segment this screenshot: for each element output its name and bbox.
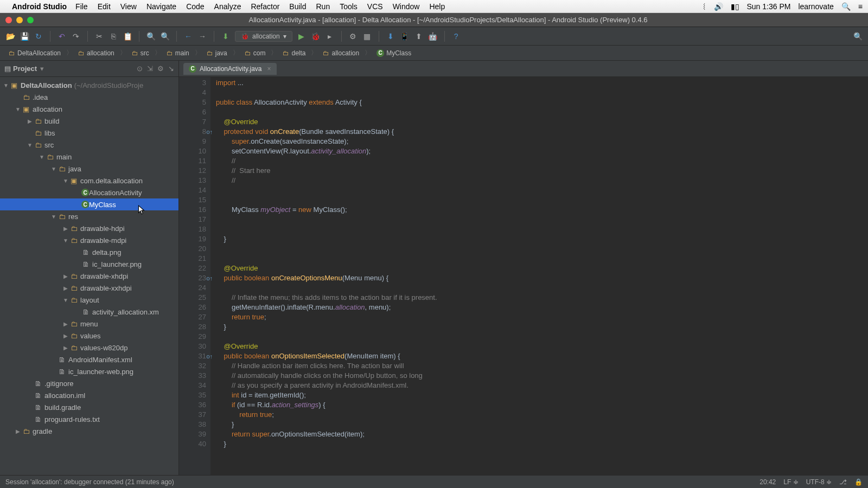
user-menu[interactable]: learnovate (798, 2, 833, 11)
clock[interactable]: Sun 1:36 PM (747, 2, 791, 11)
tree-item-build-gradle[interactable]: 🗎build.gradle (0, 401, 178, 413)
tree-item-drawable-xhdpi[interactable]: ▶🗀drawable-xhdpi (0, 270, 178, 282)
tree-item-gradle[interactable]: ▶🗀gradle (0, 425, 178, 437)
menu-file[interactable]: File (75, 2, 88, 11)
menu-vcs[interactable]: VCS (367, 2, 383, 11)
menu-tools[interactable]: Tools (340, 2, 358, 11)
tree-item-menu[interactable]: ▶🗀menu (0, 318, 178, 330)
git-icon[interactable]: ⎇ (839, 478, 847, 486)
tree-item-values[interactable]: ▶🗀values (0, 330, 178, 342)
tree-item-allocation[interactable]: ▼▣allocation (0, 103, 178, 115)
code-editor[interactable]: 345678o↑91011121314151617181920212223o↑2… (179, 77, 868, 475)
tree-item--idea[interactable]: 🗀.idea (0, 91, 178, 103)
tree-item-proguard-rules-txt[interactable]: 🗎proguard-rules.txt (0, 413, 178, 425)
breadcrumb-item[interactable]: 🗀 allocation (75, 48, 118, 58)
breadcrumb-item[interactable]: C MyClass (373, 48, 414, 58)
breadcrumb-item[interactable]: 🗀 delta (279, 48, 309, 58)
hide-icon[interactable]: ↘ (168, 65, 174, 73)
menu-refactor[interactable]: Refactor (251, 2, 279, 11)
help-icon[interactable]: ? (451, 31, 461, 41)
tree-item-allocationactivity[interactable]: C AllocationActivity (0, 187, 178, 198)
replace-icon[interactable]: 🔍 (160, 31, 170, 41)
spotlight-icon[interactable]: 🔍 (841, 2, 851, 11)
tree-item-com-delta-allocation[interactable]: ▼▣com.delta.allocation (0, 175, 178, 187)
gear-icon[interactable]: ⚙ (157, 65, 164, 73)
menu-navigate[interactable]: Navigate (146, 2, 176, 11)
tree-item-androidmanifest-xml[interactable]: 🗎AndroidManifest.xml (0, 354, 178, 365)
line-separator[interactable]: LF ≑ (783, 478, 798, 486)
file-encoding[interactable]: UTF-8 ≑ (806, 478, 832, 486)
tree-item-java[interactable]: ▼🗀java (0, 163, 178, 175)
breadcrumb-item[interactable]: 🗀 java (203, 48, 231, 58)
open-icon[interactable]: 📂 (5, 31, 15, 41)
breadcrumb-item[interactable]: 🗀 DeltaAllocation (5, 48, 64, 58)
copy-icon[interactable]: ⎘ (108, 31, 118, 41)
tree-item-layout[interactable]: ▼🗀layout (0, 294, 178, 306)
tree-root[interactable]: ▼ ▣ DeltaAllocation (~/AndroidStudioProj… (0, 79, 178, 91)
menu-window[interactable]: Window (393, 2, 420, 11)
collapse-icon[interactable]: ⇲ (147, 65, 153, 73)
menu-help[interactable]: Help (429, 2, 445, 11)
tree-item-myclass[interactable]: C MyClass (0, 198, 178, 210)
line-gutter[interactable]: 345678o↑91011121314151617181920212223o↑2… (179, 77, 210, 475)
chevron-down-icon[interactable]: ▾ (40, 65, 44, 73)
caret-position[interactable]: 20:42 (760, 478, 776, 486)
tree-item-ic-launcher-png[interactable]: 🗎ic_launcher.png (0, 258, 178, 270)
avd-manager-icon[interactable]: 📱 (400, 31, 410, 41)
close-tab-icon[interactable]: × (267, 65, 271, 73)
scroll-target-icon[interactable]: ⊙ (137, 65, 143, 73)
paste-icon[interactable]: 📋 (123, 31, 132, 41)
menu-run[interactable]: Run (316, 2, 330, 11)
tree-item-res[interactable]: ▼🗀res (0, 210, 178, 222)
tree-item-values-w820dp[interactable]: ▶🗀values-w820dp (0, 342, 178, 354)
menu-analyze[interactable]: Analyze (214, 2, 241, 11)
cut-icon[interactable]: ✂ (94, 31, 104, 41)
lock-icon[interactable]: 🔒 (854, 478, 863, 486)
project-structure-icon[interactable]: ▦ (362, 31, 372, 41)
run-configuration-selector[interactable]: 🐞 allocation ▾ (235, 31, 292, 42)
breadcrumb-item[interactable]: 🗀 main (163, 48, 193, 58)
menu-edit[interactable]: Edit (98, 2, 111, 11)
make-icon[interactable]: ⬇ (221, 31, 231, 41)
tree-item-build[interactable]: ▶🗀build (0, 115, 178, 127)
tree-item-ic-launcher-web-png[interactable]: 🗎ic_launcher-web.png (0, 365, 178, 377)
tree-item-drawable-hdpi[interactable]: ▶🗀drawable-hdpi (0, 222, 178, 234)
breadcrumb-item[interactable]: 🗀 allocation (320, 48, 362, 58)
android-icon[interactable]: 🤖 (428, 31, 438, 41)
save-icon[interactable]: 💾 (20, 31, 29, 41)
menu-build[interactable]: Build (289, 2, 306, 11)
find-icon[interactable]: 🔍 (146, 31, 156, 41)
battery-icon[interactable]: ▮▯ (731, 2, 739, 11)
project-tree[interactable]: ▼ ▣ DeltaAllocation (~/AndroidStudioProj… (0, 77, 178, 475)
settings-icon[interactable]: ⚙ (348, 31, 358, 41)
code-content[interactable]: import ... public class AllocationActivi… (210, 77, 868, 475)
sync-icon[interactable]: ↻ (34, 31, 43, 41)
notifications-icon[interactable]: ≡ (858, 2, 863, 11)
breadcrumb-item[interactable]: 🗀 src (129, 48, 152, 58)
tree-item--gitignore[interactable]: 🗎.gitignore (0, 377, 178, 389)
forward-icon[interactable]: → (197, 31, 207, 41)
zoom-window-button[interactable] (27, 17, 34, 23)
breadcrumb-item[interactable]: 🗀 com (241, 48, 269, 58)
sdk-manager-icon[interactable]: ⬇ (386, 31, 395, 41)
volume-icon[interactable]: 🔊 (714, 2, 723, 11)
menu-code[interactable]: Code (186, 2, 204, 11)
back-icon[interactable]: ← (183, 31, 193, 41)
tree-item-main[interactable]: ▼🗀main (0, 151, 178, 163)
close-window-button[interactable] (5, 17, 12, 23)
run-button[interactable]: ▶ (297, 31, 307, 41)
tree-item-drawable-mdpi[interactable]: ▼🗀drawable-mdpi (0, 234, 178, 246)
menu-view[interactable]: View (120, 2, 137, 11)
debug-button[interactable]: 🐞 (311, 31, 321, 41)
editor-tab-allocation-activity[interactable]: C AllocationActivity.java × (183, 63, 277, 75)
tree-item-drawable-xxhdpi[interactable]: ▶🗀drawable-xxhdpi (0, 282, 178, 294)
tree-item-src[interactable]: ▼🗀src (0, 139, 178, 151)
project-panel-label[interactable]: Project (13, 65, 37, 73)
tree-item-delta-png[interactable]: 🗎delta.png (0, 246, 178, 258)
attach-debugger-icon[interactable]: ▸ (325, 31, 335, 41)
ddms-icon[interactable]: ⬆ (414, 31, 424, 41)
search-everywhere-icon[interactable]: 🔍 (853, 31, 863, 41)
redo-icon[interactable]: ↷ (71, 31, 81, 41)
undo-icon[interactable]: ↶ (57, 31, 67, 41)
tree-item-allocation-iml[interactable]: 🗎allocation.iml (0, 389, 178, 401)
